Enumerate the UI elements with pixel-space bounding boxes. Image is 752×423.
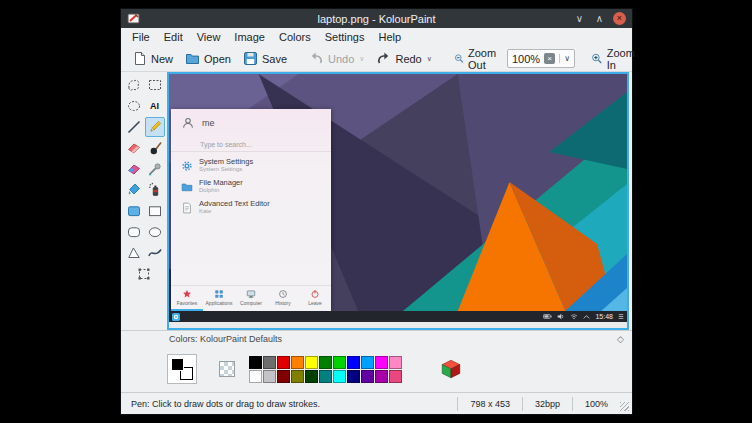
text-tool[interactable]: AI (145, 96, 165, 116)
rounded-rectangle-icon (126, 224, 142, 240)
color-swatch[interactable] (375, 370, 388, 383)
color-swatch[interactable] (347, 356, 360, 369)
color-swatch[interactable] (389, 370, 402, 383)
color-swatch[interactable] (333, 356, 346, 369)
zoom-out-button[interactable]: Zoom Out (448, 44, 507, 74)
zoom-combobox[interactable]: 100% × ∨ (507, 49, 575, 68)
spraycan-tool[interactable] (145, 180, 165, 200)
color-swatch[interactable] (305, 356, 318, 369)
colors-dock-header[interactable]: Colors: KolourPaint Defaults ◇ (121, 330, 632, 346)
menu-help[interactable]: Help (371, 28, 408, 46)
maximize-button-icon[interactable]: ∧ (593, 12, 606, 25)
color-swatch[interactable] (277, 356, 290, 369)
screen: laptop.png - KolourPaint ∨ ∧ × File Edit… (0, 0, 752, 423)
color-swatch[interactable] (375, 356, 388, 369)
color-swatch[interactable] (333, 370, 346, 383)
undo-button[interactable]: Undo ∨ (303, 48, 370, 69)
foreground-background-selector[interactable] (167, 354, 197, 384)
taskbar[interactable]: 15:48 (169, 311, 627, 322)
new-button[interactable]: New (126, 48, 179, 69)
menu-file[interactable]: File (125, 28, 157, 46)
tray-expander-caret-icon[interactable] (583, 314, 590, 320)
color-similarity-button[interactable] (440, 358, 462, 380)
rounded-rectangle-tool[interactable] (124, 222, 144, 242)
color-swatch[interactable] (389, 356, 402, 369)
elliptical-selection-icon (126, 98, 142, 114)
rectangle-outline-icon (147, 203, 163, 219)
color-swatch[interactable] (319, 370, 332, 383)
titlebar[interactable]: laptop.png - KolourPaint ∨ ∧ × (121, 9, 632, 28)
color-swatch[interactable] (361, 356, 374, 369)
rectangular-selection-tool[interactable] (145, 75, 165, 95)
panel-toggle-icon[interactable] (618, 313, 624, 320)
brush-icon (147, 140, 163, 156)
color-eraser-tool[interactable] (124, 159, 144, 179)
color-swatch[interactable] (263, 370, 276, 383)
zoom-dropdown-icon[interactable]: ∨ (559, 54, 570, 63)
color-swatch[interactable] (263, 356, 276, 369)
menu-image[interactable]: Image (227, 28, 272, 46)
volume-icon[interactable] (557, 313, 565, 320)
list-item-system-settings[interactable]: System Settings System Settings (171, 155, 331, 176)
tab-leave[interactable]: Leave (299, 286, 331, 311)
launcher-icon[interactable] (172, 313, 180, 321)
canvas-image[interactable]: me Type to search... System Settings Sys… (169, 74, 627, 322)
elliptical-selection-tool[interactable] (124, 96, 144, 116)
kickoff-search-field[interactable]: Type to search... (171, 137, 331, 152)
color-swatch[interactable] (277, 370, 290, 383)
tab-favorites[interactable]: Favorites (171, 286, 203, 311)
redo-button[interactable]: Redo ∨ (370, 48, 437, 69)
dock-float-icon[interactable]: ◇ (617, 334, 624, 344)
color-swatch[interactable] (319, 356, 332, 369)
canvas-view[interactable]: me Type to search... System Settings Sys… (167, 72, 629, 330)
close-button-icon[interactable]: × (613, 12, 626, 25)
color-swatch[interactable] (249, 370, 262, 383)
polygon-tool[interactable] (124, 243, 144, 263)
user-avatar-icon (181, 116, 195, 130)
color-swatch[interactable] (249, 356, 262, 369)
main-toolbar: New Open Save Undo ∨ Redo ∨ (121, 46, 632, 72)
search-placeholder: Type to search... (200, 141, 252, 148)
tab-history[interactable]: History (267, 286, 299, 311)
battery-icon[interactable] (543, 313, 552, 320)
zoom-tool[interactable] (134, 264, 154, 284)
taskbar-clock[interactable]: 15:48 (595, 311, 613, 322)
menu-colors[interactable]: Colors (272, 28, 318, 46)
curve-tool[interactable] (145, 243, 165, 263)
redo-dropdown-icon[interactable]: ∨ (427, 55, 432, 63)
color-swatch[interactable] (291, 356, 304, 369)
free-form-selection-tool[interactable] (124, 75, 144, 95)
menu-settings[interactable]: Settings (318, 28, 372, 46)
tab-computer[interactable]: Computer (235, 286, 267, 311)
color-picker-tool[interactable] (145, 159, 165, 179)
menu-edit[interactable]: Edit (157, 28, 190, 46)
transparent-color-swatch[interactable] (219, 361, 235, 377)
ellipse-tool[interactable] (145, 222, 165, 242)
line-tool[interactable] (124, 117, 144, 137)
rectangle-tool[interactable] (124, 201, 144, 221)
color-swatch[interactable] (361, 370, 374, 383)
pen-tool[interactable] (145, 117, 165, 137)
menu-view[interactable]: View (190, 28, 228, 46)
wifi-icon[interactable] (570, 313, 578, 320)
brush-tool[interactable] (145, 138, 165, 158)
color-swatch[interactable] (305, 370, 318, 383)
undo-dropdown-icon[interactable]: ∨ (359, 55, 364, 63)
list-item-text-editor[interactable]: Advanced Text Editor Kate (171, 197, 331, 218)
rectangle-outline-tool[interactable] (145, 201, 165, 221)
resize-grip[interactable] (620, 402, 629, 411)
minimize-button-icon[interactable]: ∨ (573, 12, 586, 25)
open-button[interactable]: Open (179, 48, 237, 69)
flood-fill-tool[interactable] (124, 180, 144, 200)
list-item-file-manager[interactable]: File Manager Dolphin (171, 176, 331, 197)
item-title: Advanced Text Editor (199, 200, 270, 208)
tab-applications[interactable]: Applications (203, 286, 235, 311)
color-swatch[interactable] (347, 370, 360, 383)
save-button[interactable]: Save (237, 48, 293, 69)
color-swatch[interactable] (291, 370, 304, 383)
foreground-color-swatch[interactable] (171, 358, 184, 371)
ellipse-icon (147, 224, 163, 240)
eraser-tool[interactable] (124, 138, 144, 158)
zoom-in-button[interactable]: Zoom In (585, 44, 644, 74)
clear-icon[interactable]: × (544, 53, 555, 64)
